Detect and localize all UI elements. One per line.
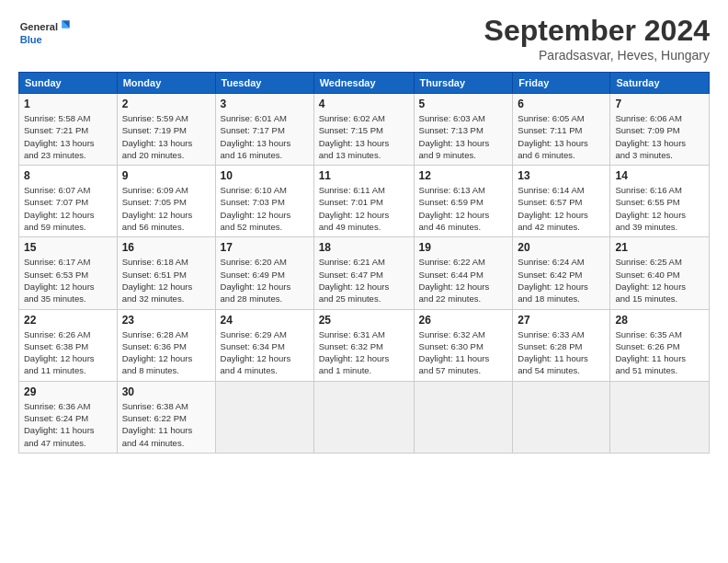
info-line: Sunrise: 6:24 AM — [518, 257, 584, 267]
info-line: and 15 minutes. — [615, 293, 677, 304]
calendar-week-2: 8Sunrise: 6:07 AMSunset: 7:07 PMDaylight… — [19, 166, 710, 237]
day-number: 18 — [319, 241, 409, 254]
info-line: and 47 minutes. — [24, 438, 86, 448]
info-line: Sunrise: 6:18 AM — [122, 257, 188, 267]
info-line: Sunrise: 6:36 AM — [24, 401, 90, 411]
info-line: Sunset: 6:22 PM — [122, 413, 187, 423]
info-line: and 16 minutes. — [221, 150, 283, 160]
info-line: Daylight: 12 hours — [319, 282, 390, 292]
day-number: 3 — [221, 98, 309, 110]
calendar-cell: 25Sunrise: 6:31 AMSunset: 6:32 PMDayligh… — [313, 309, 414, 381]
day-number: 14 — [615, 169, 704, 182]
day-number: 6 — [518, 98, 605, 110]
calendar-cell: 23Sunrise: 6:28 AMSunset: 6:36 PMDayligh… — [117, 309, 215, 381]
info-line: Sunrise: 5:59 AM — [122, 113, 188, 123]
calendar-cell: 16Sunrise: 6:18 AMSunset: 6:51 PMDayligh… — [117, 237, 215, 309]
calendar-cell: 19Sunrise: 6:22 AMSunset: 6:44 PMDayligh… — [414, 237, 513, 309]
calendar-cell: 8Sunrise: 6:07 AMSunset: 7:07 PMDaylight… — [19, 166, 118, 237]
info-line: Sunset: 6:30 PM — [419, 341, 483, 351]
info-line: Sunset: 7:17 PM — [221, 125, 285, 135]
calendar-cell: 14Sunrise: 6:16 AMSunset: 6:55 PMDayligh… — [610, 166, 710, 237]
info-line: and 25 minutes. — [319, 293, 381, 304]
calendar-cell: 24Sunrise: 6:29 AMSunset: 6:34 PMDayligh… — [215, 309, 313, 381]
day-info: Sunrise: 5:59 AMSunset: 7:19 PMDaylight:… — [122, 112, 210, 161]
info-line: and 28 minutes. — [221, 293, 283, 304]
info-line: Daylight: 12 hours — [24, 282, 95, 292]
info-line: Sunrise: 6:10 AM — [221, 185, 287, 195]
info-line: Sunset: 7:05 PM — [122, 197, 187, 207]
page: General Blue September 2024 Paradsasvar,… — [0, 0, 728, 563]
info-line: Daylight: 11 hours — [615, 353, 686, 363]
day-info: Sunrise: 6:09 AMSunset: 7:05 PMDaylight:… — [122, 184, 210, 233]
day-number: 19 — [419, 241, 508, 254]
day-number: 21 — [615, 241, 704, 254]
info-line: and 52 minutes. — [221, 222, 283, 232]
info-line: Sunset: 7:03 PM — [221, 197, 285, 207]
info-line: Sunrise: 5:58 AM — [24, 113, 90, 123]
day-info: Sunrise: 6:17 AMSunset: 6:53 PMDaylight:… — [24, 256, 112, 304]
info-line: Sunrise: 6:01 AM — [221, 113, 287, 123]
day-info: Sunrise: 6:03 AMSunset: 7:13 PMDaylight:… — [419, 112, 508, 161]
day-number: 10 — [221, 169, 309, 182]
calendar: Sunday Monday Tuesday Wednesday Thursday… — [18, 72, 710, 454]
calendar-cell: 18Sunrise: 6:21 AMSunset: 6:47 PMDayligh… — [313, 237, 414, 309]
day-info: Sunrise: 6:36 AMSunset: 6:24 PMDaylight:… — [24, 400, 112, 449]
day-number: 15 — [24, 241, 112, 254]
info-line: and 4 minutes. — [221, 365, 278, 375]
info-line: and 6 minutes. — [518, 150, 574, 160]
info-line: Sunrise: 6:13 AM — [419, 185, 485, 195]
info-line: and 39 minutes. — [615, 222, 677, 232]
day-info: Sunrise: 6:26 AMSunset: 6:38 PMDaylight:… — [24, 328, 112, 377]
info-line: Daylight: 13 hours — [615, 138, 686, 148]
info-line: Sunrise: 6:20 AM — [221, 257, 287, 267]
info-line: Sunset: 6:49 PM — [221, 270, 285, 280]
day-info: Sunrise: 6:06 AMSunset: 7:09 PMDaylight:… — [615, 112, 704, 161]
calendar-cell: 1Sunrise: 5:58 AMSunset: 7:21 PMDaylight… — [19, 94, 118, 166]
day-number: 27 — [518, 314, 605, 327]
info-line: Sunset: 6:38 PM — [24, 341, 88, 351]
info-line: and 46 minutes. — [419, 222, 482, 232]
day-number: 17 — [221, 241, 309, 254]
calendar-cell: 26Sunrise: 6:32 AMSunset: 6:30 PMDayligh… — [414, 309, 513, 381]
info-line: Sunset: 7:07 PM — [24, 197, 88, 207]
day-number: 1 — [24, 98, 112, 110]
day-number: 28 — [615, 314, 704, 327]
info-line: Daylight: 12 hours — [615, 210, 686, 220]
info-line: Sunset: 6:53 PM — [24, 270, 88, 280]
info-line: Sunset: 6:59 PM — [419, 197, 483, 207]
calendar-cell — [313, 381, 414, 453]
calendar-cell: 29Sunrise: 6:36 AMSunset: 6:24 PMDayligh… — [19, 381, 118, 453]
info-line: Sunrise: 6:11 AM — [319, 185, 385, 195]
calendar-cell: 13Sunrise: 6:14 AMSunset: 6:57 PMDayligh… — [513, 166, 610, 237]
info-line: Sunrise: 6:38 AM — [122, 401, 188, 411]
day-number: 30 — [122, 385, 210, 398]
info-line: and 11 minutes. — [24, 365, 86, 375]
calendar-cell: 3Sunrise: 6:01 AMSunset: 7:17 PMDaylight… — [215, 94, 313, 166]
calendar-header: Sunday Monday Tuesday Wednesday Thursday… — [19, 73, 710, 94]
calendar-body: 1Sunrise: 5:58 AMSunset: 7:21 PMDaylight… — [19, 94, 710, 454]
day-number: 16 — [122, 241, 210, 254]
info-line: Sunrise: 6:02 AM — [319, 113, 385, 123]
calendar-cell: 5Sunrise: 6:03 AMSunset: 7:13 PMDaylight… — [414, 94, 513, 166]
info-line: Daylight: 11 hours — [419, 353, 490, 363]
calendar-cell: 12Sunrise: 6:13 AMSunset: 6:59 PMDayligh… — [414, 166, 513, 237]
info-line: Sunset: 7:01 PM — [319, 197, 383, 207]
info-line: and 54 minutes. — [518, 365, 580, 375]
info-line: Sunrise: 6:31 AM — [319, 329, 385, 339]
info-line: Daylight: 12 hours — [518, 282, 588, 292]
info-line: and 22 minutes. — [419, 293, 482, 304]
info-line: Sunrise: 6:21 AM — [319, 257, 385, 267]
info-line: Daylight: 11 hours — [122, 425, 193, 435]
info-line: and 23 minutes. — [24, 150, 86, 160]
day-info: Sunrise: 6:16 AMSunset: 6:55 PMDaylight:… — [615, 184, 704, 233]
info-line: Sunset: 6:40 PM — [615, 270, 679, 280]
day-info: Sunrise: 6:25 AMSunset: 6:40 PMDaylight:… — [615, 256, 704, 304]
day-number: 7 — [615, 98, 704, 110]
info-line: Sunrise: 6:33 AM — [518, 329, 584, 339]
info-line: Sunset: 6:42 PM — [518, 270, 582, 280]
col-friday: Friday — [513, 73, 610, 94]
info-line: Daylight: 12 hours — [221, 282, 291, 292]
info-line: Daylight: 11 hours — [518, 353, 588, 363]
svg-text:General: General — [20, 21, 58, 32]
info-line: Daylight: 12 hours — [24, 353, 95, 363]
